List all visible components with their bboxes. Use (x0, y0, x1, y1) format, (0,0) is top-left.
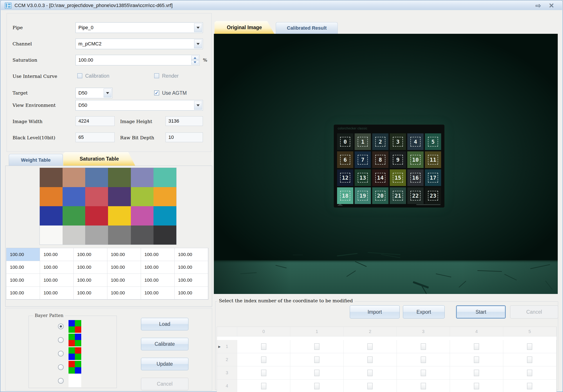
coordinate-checkbox[interactable] (261, 343, 266, 350)
calibrate-button[interactable]: Calibrate (141, 338, 188, 350)
render-checkbox[interactable] (154, 73, 159, 78)
channel-dropdown-arrow-icon[interactable] (194, 39, 202, 48)
coordinate-checkbox[interactable] (421, 356, 426, 363)
saturation-cell[interactable]: 100.00 (74, 261, 107, 274)
coordinate-checkbox[interactable] (367, 383, 373, 389)
image-width-field[interactable]: 4224 (76, 116, 115, 126)
saturation-cell[interactable]: 100.00 (141, 287, 175, 300)
coordinate-checkbox[interactable] (421, 383, 426, 389)
coordinate-checkbox[interactable] (474, 370, 479, 376)
export-button[interactable]: Export (403, 305, 445, 318)
saturation-cell[interactable]: 100.00 (74, 274, 107, 287)
image-color-patch[interactable]: 2 (372, 133, 388, 150)
pipe-dropdown-arrow-icon[interactable] (194, 23, 202, 32)
view-environment-dropdown-arrow-icon[interactable] (194, 101, 202, 110)
saturation-cell[interactable]: 100.00 (40, 261, 74, 274)
saturation-cell[interactable]: 100.00 (141, 261, 175, 274)
coordinate-checkbox[interactable] (474, 383, 479, 389)
image-color-patch[interactable]: 16 (407, 169, 423, 186)
saturation-spinner[interactable] (191, 56, 199, 64)
saturation-cell[interactable]: 100.00 (107, 261, 141, 274)
coordinate-checkbox[interactable] (421, 370, 426, 376)
coordinate-checkbox[interactable] (261, 356, 266, 363)
saturation-cell[interactable]: 100.00 (74, 248, 107, 261)
use-agtm-checkbox[interactable]: ✓ (154, 90, 159, 95)
import-button[interactable]: Import (350, 305, 400, 318)
saturation-cell[interactable]: 100.00 (175, 261, 208, 274)
coordinate-checkbox[interactable] (527, 370, 532, 376)
load-button[interactable]: Load (141, 318, 188, 330)
saturation-cell[interactable]: 100.00 (74, 287, 107, 300)
image-color-patch[interactable]: 21 (390, 187, 406, 204)
tab-calibrated-result[interactable]: Calibrated Result (276, 22, 338, 34)
bayer-radio[interactable] (58, 351, 64, 356)
target-dropdown-arrow-icon[interactable] (104, 89, 112, 98)
view-environment-select[interactable]: D50 (76, 100, 203, 110)
saturation-cell[interactable]: 100.00 (6, 248, 40, 261)
target-select[interactable]: D50 (76, 88, 112, 98)
image-color-patch[interactable]: 3 (390, 133, 406, 150)
saturation-cell[interactable]: 100.00 (107, 287, 141, 300)
coordinate-checkbox[interactable] (314, 356, 320, 363)
tab-original-image[interactable]: Original Image (215, 21, 274, 34)
tab-saturation-table[interactable]: Saturation Table (63, 152, 135, 166)
start-button[interactable]: Start (456, 305, 506, 318)
image-color-patch[interactable]: 15 (390, 169, 406, 186)
title-bar[interactable]: CCM V3.0.0.3 - [D:\raw_project\dove_phon… (1, 1, 562, 10)
coordinate-checkbox[interactable] (314, 343, 320, 350)
saturation-cell[interactable]: 100.00 (175, 248, 208, 261)
pipe-select[interactable]: Pipe_0 (76, 22, 203, 33)
saturation-cell[interactable]: 100.00 (141, 274, 175, 287)
saturation-cell[interactable]: 100.00 (40, 274, 74, 287)
image-color-patch[interactable]: 19 (355, 187, 371, 204)
image-color-patch[interactable]: 12 (337, 169, 353, 186)
coordinate-checkbox[interactable] (261, 383, 266, 389)
image-color-patch[interactable]: 14 (372, 169, 388, 186)
saturation-input[interactable]: 100.00 (76, 55, 200, 65)
saturation-cell[interactable]: 100.00 (6, 274, 40, 287)
coordinate-checkbox[interactable] (367, 343, 373, 350)
saturation-cell[interactable]: 100.00 (141, 248, 175, 261)
saturation-cell[interactable]: 100.00 (40, 287, 74, 300)
saturation-cell[interactable]: 100.00 (107, 248, 141, 261)
bayer-radio[interactable] (58, 364, 64, 370)
bayer-radio[interactable] (58, 324, 64, 329)
coordinate-checkbox[interactable] (474, 343, 479, 350)
image-color-patch[interactable]: 6 (337, 151, 353, 168)
coordinate-checkbox[interactable] (261, 370, 266, 376)
image-color-patch[interactable]: 7 (355, 151, 371, 168)
image-color-patch[interactable]: 22 (407, 187, 423, 204)
image-color-patch[interactable]: 10 (407, 151, 423, 168)
spin-down-icon[interactable] (191, 60, 199, 64)
cancel-button[interactable]: Cancel (141, 378, 188, 390)
image-color-patch[interactable]: 5 (425, 133, 441, 150)
saturation-cell[interactable]: 100.00 (40, 248, 74, 261)
image-color-patch[interactable]: 23 (425, 187, 441, 204)
image-color-patch[interactable]: 17 (425, 169, 441, 186)
image-color-patch[interactable]: 0 (337, 133, 353, 150)
calibration-checkbox[interactable] (77, 73, 82, 78)
image-color-patch[interactable]: 13 (355, 169, 371, 186)
spin-up-icon[interactable] (191, 56, 199, 60)
channel-select[interactable]: m_pCMC2 (76, 39, 203, 49)
image-color-patch[interactable]: 9 (390, 151, 406, 168)
raw-bit-depth-field[interactable]: 10 (166, 133, 203, 142)
image-color-patch[interactable]: 20 (372, 187, 388, 204)
original-image-view[interactable]: colorchecker classic 0123456789101112131… (214, 34, 558, 294)
coordinate-checkbox[interactable] (314, 383, 320, 389)
cancel-coordinate-button[interactable]: Cancel (510, 305, 558, 318)
coordinate-checkbox[interactable] (421, 343, 426, 350)
image-color-patch[interactable]: 18 (337, 187, 353, 204)
coordinate-checkbox[interactable] (527, 343, 532, 350)
coordinate-checkbox[interactable] (314, 370, 320, 376)
tab-weight-table[interactable]: Weight Table (9, 154, 63, 166)
coordinate-checkbox[interactable] (367, 356, 373, 363)
saturation-cell[interactable]: 100.00 (6, 261, 40, 274)
coordinate-checkbox[interactable] (367, 370, 373, 376)
saturation-cell[interactable]: 100.00 (175, 274, 208, 287)
image-color-patch[interactable]: 11 (425, 151, 441, 168)
undock-icon[interactable]: ⇨ (536, 2, 541, 10)
update-button[interactable]: Update (141, 358, 188, 370)
image-color-patch[interactable]: 4 (407, 133, 423, 150)
image-color-patch[interactable]: 8 (372, 151, 388, 168)
